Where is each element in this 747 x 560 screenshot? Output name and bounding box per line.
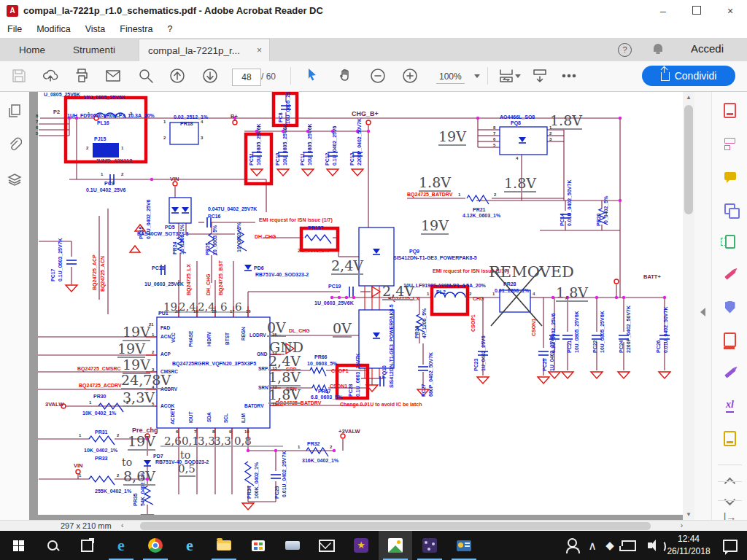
schematic-label: 1 [88, 112, 90, 116]
file-explorer-glyph [217, 540, 231, 551]
redact-glyph [724, 332, 736, 347]
menu-item-vista[interactable]: Vista [78, 22, 113, 36]
taskbar-mail-icon[interactable] [310, 531, 344, 560]
zoom-level-value[interactable]: 100% [436, 71, 465, 84]
schematic-label: 1 [121, 146, 123, 150]
document-canvas[interactable]: U_0805_25V6K10U_0805_25V6K1UH_FDV0630-1R… [29, 92, 683, 520]
menu-item-file[interactable]: File [0, 22, 29, 36]
schematic-label: 2 [549, 131, 551, 136]
hand-tool-icon[interactable] [336, 67, 354, 85]
tool-fill-sign-icon[interactable] [712, 262, 747, 287]
horizontal-scrollbar[interactable] [131, 521, 678, 531]
taskbar-network-app-icon[interactable] [413, 531, 446, 560]
vertical-scrollbar[interactable]: ▲ ▼ [683, 92, 694, 520]
schematic-label: PQ8 [511, 120, 521, 125]
page-thumbnails-icon[interactable] [7, 104, 22, 118]
tab-document-label: compal_la-7221p_r... [148, 45, 240, 56]
zoom-out-icon[interactable] [369, 67, 387, 85]
menu-item-modifica[interactable]: Modifica [29, 22, 78, 36]
notifications-bell-icon[interactable] [654, 44, 662, 52]
more-tools-icon[interactable] [560, 67, 578, 85]
fit-width-icon[interactable] [498, 67, 515, 85]
dropbox-icon[interactable]: ◆ [601, 531, 619, 560]
tab-document[interactable]: compal_la-7221p_r...× [139, 39, 270, 61]
schematic-label: PR67 [318, 389, 331, 394]
taskbar-start-icon[interactable] [1, 531, 35, 560]
layers-icon[interactable] [7, 172, 22, 187]
scroll-left-arrow-icon[interactable]: ‹ [121, 521, 123, 529]
select-tool-icon[interactable] [305, 67, 322, 85]
taskbar-internet-explorer-icon[interactable]: e [173, 531, 206, 560]
taskbar-search-icon[interactable] [36, 531, 69, 560]
schematic-label: SCL [223, 413, 228, 423]
save-icon[interactable] [10, 67, 28, 85]
maximize-button[interactable] [680, 0, 713, 22]
tool-send-comments-icon[interactable] [712, 426, 747, 451]
previous-page-icon[interactable] [169, 67, 186, 85]
tool-comment-icon[interactable] [712, 163, 747, 188]
taskbar-clock[interactable]: 12:44 26/11/2018 [663, 533, 714, 558]
taskbar-docs-app-icon[interactable] [447, 531, 481, 560]
schematic-label: PD5 [165, 225, 175, 230]
tab-tools[interactable]: Strumenti [61, 39, 127, 61]
scroll-up-arrow-icon[interactable]: ▲ [686, 94, 692, 101]
tab-home[interactable]: Home [10, 39, 54, 61]
taskbar-photos-icon[interactable] [379, 531, 412, 560]
schematic-label: PQ10 [382, 365, 387, 378]
tool-redact-icon[interactable] [712, 327, 747, 352]
tool-certificates-icon[interactable] [712, 360, 747, 385]
zoom-dropdown-caret[interactable] [474, 74, 480, 78]
page-number-input[interactable] [232, 69, 261, 86]
schematic-label: 0.1U_0402_25V6 [551, 314, 556, 354]
print-icon[interactable] [73, 67, 90, 85]
tool-request-signatures-icon[interactable]: xl [712, 393, 747, 418]
schematic-label: 2 [117, 473, 119, 478]
close-button[interactable]: × [713, 0, 747, 22]
taskbar-edge-icon[interactable]: e [104, 531, 138, 560]
collapse-pane-arrow-icon[interactable] [700, 308, 705, 316]
menu-item-[interactable]: ? [160, 22, 179, 36]
taskbar-app-star-icon[interactable]: ★ [344, 531, 378, 560]
tool-combine-files-icon[interactable] [712, 196, 747, 221]
zoom-in-icon[interactable] [401, 67, 419, 85]
fit-dropdown-caret[interactable] [515, 74, 521, 78]
upload-cloud-icon[interactable] [42, 67, 59, 85]
taskbar-task-view-icon[interactable] [70, 531, 104, 560]
tool-create-pdf-icon[interactable] [712, 131, 747, 155]
taskbar-scanner-icon[interactable] [276, 531, 309, 560]
chrome-glyph [148, 538, 163, 553]
tool-organize-pages-icon[interactable] [712, 229, 747, 254]
schematic-label: ACN [160, 334, 171, 339]
tray-chevron-up-icon[interactable]: ∧ [584, 531, 601, 560]
action-center-icon[interactable] [719, 531, 741, 560]
sign-in-link[interactable]: Accedi [691, 42, 724, 55]
menu-item-finestra[interactable]: Finestra [112, 22, 160, 36]
help-icon[interactable]: ? [618, 43, 632, 57]
schematic-label: 0.1U_0402_25V6 [86, 187, 126, 192]
share-button[interactable]: Condividi [642, 66, 735, 86]
tool-protect-icon[interactable] [712, 295, 747, 319]
schematic-label: 19V [117, 341, 145, 358]
taskbar-store-icon[interactable] [241, 531, 275, 560]
schematic-label: 19V [421, 217, 449, 235]
vertical-scroll-thumb[interactable] [684, 105, 693, 214]
network-status-icon[interactable] [619, 531, 639, 560]
search-icon[interactable] [137, 67, 155, 85]
volume-icon[interactable] [639, 531, 661, 560]
attachments-paperclip-icon[interactable] [7, 137, 22, 152]
schematic-label: PC11 [300, 153, 305, 166]
next-page-icon[interactable] [201, 67, 219, 85]
horizontal-scroll-thumb[interactable] [140, 522, 651, 530]
schematic-label: PL2 [436, 289, 446, 295]
tool-export-pdf-icon[interactable] [712, 98, 747, 122]
minimize-button[interactable]: – [646, 0, 680, 22]
email-icon[interactable] [104, 67, 122, 85]
toolbar-panel-icon[interactable] [531, 67, 549, 85]
people-icon[interactable] [561, 531, 583, 560]
tab-close-icon[interactable]: × [257, 39, 262, 62]
taskbar-chrome-icon[interactable] [139, 531, 172, 560]
taskbar-file-explorer-icon[interactable] [207, 531, 241, 560]
edge-glyph: e [117, 536, 125, 555]
scroll-down-arrow-icon[interactable]: ▼ [686, 511, 692, 518]
scroll-right-arrow-icon[interactable]: › [681, 521, 683, 529]
